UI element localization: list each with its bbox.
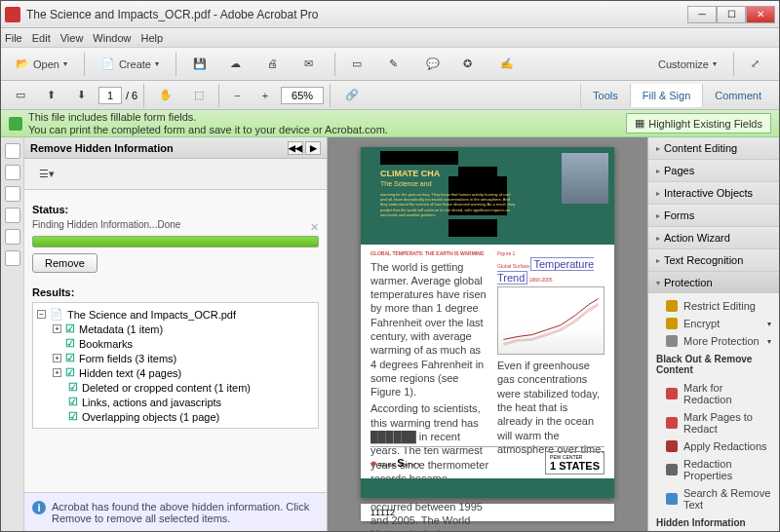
mail-button[interactable]: ✉ (295, 53, 327, 76)
tree-hiddentext[interactable]: +☑Hidden text (4 pages) (37, 365, 314, 380)
status-clear-icon[interactable]: ✕ (310, 221, 319, 234)
comment-icon: 💬 (426, 57, 440, 71)
rp-action-wizard[interactable]: ▸Action Wizard (648, 227, 779, 248)
rp-search-remove[interactable]: Search & Remove Text (648, 484, 779, 513)
rp-text-recognition[interactable]: ▸Text Recognition (648, 249, 779, 271)
tags-icon[interactable] (5, 250, 20, 266)
rp-mark-pages[interactable]: Mark Pages to Redact (648, 408, 779, 437)
cloud-button[interactable]: ☁ (221, 53, 253, 76)
status-label: Status: (32, 204, 319, 215)
tree-overlap[interactable]: ☑Overlapping objects (1 page) (37, 409, 314, 424)
menu-help[interactable]: Help (140, 32, 163, 44)
menu-edit[interactable]: Edit (32, 32, 51, 44)
form-notice-line2: You can print the completed form and sav… (28, 124, 626, 135)
rp-blackout-header: Black Out & Remove Content (648, 350, 779, 379)
form-notice-line1: This file includes fillable form fields. (28, 111, 626, 123)
page-input[interactable] (98, 87, 122, 104)
hand-tool[interactable]: ✋ (150, 84, 181, 106)
tool-1[interactable]: ▭ (343, 53, 374, 76)
close-button[interactable]: ✕ (746, 6, 775, 23)
share-button[interactable]: 🔗 (336, 84, 368, 106)
highlight-fields-button[interactable]: ▦Highlight Existing Fields (626, 113, 771, 133)
tree-root[interactable]: −📄The Science and Impacts_OCR.pdf (37, 307, 314, 322)
rp-restrict-editing[interactable]: Restrict Editing (648, 297, 779, 315)
zoom-input[interactable] (281, 87, 324, 104)
folder-icon: 📂 (16, 57, 29, 71)
rp-pages[interactable]: ▸Pages (648, 160, 779, 181)
panel-header: Remove Hidden Information ◀◀ ▶ (24, 137, 327, 159)
main-toolbar: 📂Open▾ 📄Create▾ 💾 ☁ 🖨 ✉ ▭ ✎ 💬 ✪ ✍ Custom… (1, 48, 779, 81)
app-icon (5, 7, 20, 22)
create-icon: 📄 (101, 57, 115, 71)
results-label: Results: (32, 286, 319, 298)
tree-deleted[interactable]: ☑Deleted or cropped content (1 item) (37, 380, 314, 395)
search-icon (666, 493, 678, 505)
key-icon (666, 318, 678, 329)
select-tool[interactable]: ⬚ (185, 84, 213, 106)
rp-mark-redaction[interactable]: Mark for Redaction (648, 379, 779, 408)
zoom-out-button[interactable]: − (225, 85, 249, 106)
rp-more-protection[interactable]: More Protection▾ (648, 332, 779, 350)
expand-button[interactable]: ⤢ (742, 53, 773, 76)
menu-file[interactable]: File (5, 32, 22, 44)
menu-window[interactable]: Window (93, 32, 131, 44)
next-page-button[interactable]: ⬇ (68, 84, 95, 106)
customize-button[interactable]: Customize▾ (649, 54, 725, 75)
bookmarks-icon[interactable] (5, 165, 20, 180)
print-button[interactable]: 🖨 (258, 53, 290, 76)
chart-graphic (498, 287, 604, 354)
signatures-icon[interactable] (5, 208, 20, 223)
panel-options-button[interactable]: ☰▾ (30, 163, 63, 185)
rp-content-editing[interactable]: ▸Content Editing (648, 137, 779, 159)
pages-icon (666, 417, 678, 429)
panel-collapse-button[interactable]: ◀◀ (288, 141, 303, 155)
tree-bookmarks[interactable]: ☑Bookmarks (37, 336, 314, 351)
page-icon: ▭ (352, 57, 366, 71)
rp-redaction-props[interactable]: Redaction Properties (648, 455, 779, 484)
rp-encrypt[interactable]: Encrypt▾ (648, 315, 779, 332)
tree-links[interactable]: ☑Links, actions and javascripts (37, 395, 314, 409)
tree-metadata[interactable]: +☑Metadata (1 item) (37, 322, 314, 336)
left-icon-rail (1, 137, 24, 532)
left-panel: Remove Hidden Information ◀◀ ▶ ☰▾ Status… (1, 137, 328, 532)
layers-icon[interactable] (5, 229, 20, 245)
tool-4[interactable]: ✪ (454, 53, 486, 76)
tool-3[interactable]: 💬 (417, 53, 448, 76)
rp-apply-redactions[interactable]: Apply Redactions (648, 437, 779, 455)
tab-comment[interactable]: Comment (702, 84, 773, 107)
progress-bar (32, 236, 319, 247)
apply-icon (666, 440, 678, 452)
tool-5[interactable]: ✍ (491, 53, 523, 76)
expand-icon: ⤢ (751, 57, 764, 71)
rp-interactive[interactable]: ▸Interactive Objects (648, 182, 779, 204)
pdf-icon: 📄 (50, 308, 63, 321)
lock-icon (666, 300, 678, 312)
prev-page-button[interactable]: ⬆ (38, 84, 64, 106)
tab-tools[interactable]: Tools (580, 84, 630, 107)
rp-protection[interactable]: ▾Protection (648, 272, 779, 293)
save-button[interactable]: 💾 (184, 53, 215, 76)
rp-forms[interactable]: ▸Forms (648, 205, 779, 226)
create-button[interactable]: 📄Create▾ (93, 53, 168, 76)
document-view[interactable]: CLIMATE CHA The Science and warming for … (328, 137, 647, 532)
menu-view[interactable]: View (60, 32, 84, 44)
tab-fill-sign[interactable]: Fill & Sign (630, 84, 703, 107)
sign-icon: ✍ (500, 57, 514, 71)
shield-icon (666, 335, 678, 347)
zoom-in-button[interactable]: + (254, 85, 277, 106)
minimize-button[interactable]: ─ (687, 6, 717, 23)
stamp-icon: ✪ (463, 57, 477, 71)
panel-close-button[interactable]: ▶ (305, 141, 321, 155)
tree-formfields[interactable]: +☑Form fields (3 items) (37, 351, 314, 365)
thumbnails-icon[interactable] (5, 143, 20, 159)
mark-icon (666, 388, 678, 399)
remove-button[interactable]: Remove (32, 253, 98, 273)
mail-icon: ✉ (304, 57, 318, 71)
attachments-icon[interactable] (5, 186, 20, 202)
maximize-button[interactable]: ☐ (717, 6, 746, 23)
info-icon: i (32, 501, 46, 514)
open-button[interactable]: 📂Open▾ (7, 53, 76, 76)
tool-2[interactable]: ✎ (380, 53, 411, 76)
show-panel-button[interactable]: ▭ (7, 84, 34, 106)
save-icon: 💾 (193, 57, 207, 71)
